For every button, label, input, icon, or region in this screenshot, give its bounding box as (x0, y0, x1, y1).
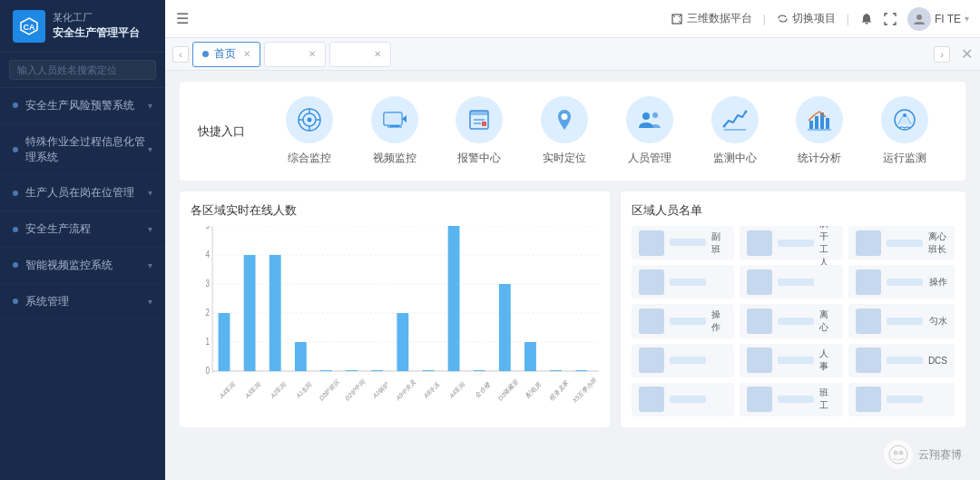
person-card: 操作 (848, 265, 955, 299)
nav-dot (13, 191, 18, 196)
quick-access-title: 快捷入口 (198, 123, 245, 140)
person-info (778, 396, 814, 403)
monitoring-center-icon (711, 96, 759, 143)
notification-button[interactable] (860, 13, 873, 25)
three-d-platform-button[interactable]: 三维数据平台 (671, 11, 752, 26)
sidebar-item-special-ops[interactable]: 特殊作业全过程信息化管理系统 ▾ (0, 124, 165, 176)
person-card (740, 265, 842, 299)
avatar (747, 348, 772, 373)
sidebar-item-safety-flow[interactable]: 安全生产流程 ▾ (0, 211, 165, 248)
avatar (747, 309, 772, 334)
topbar-left: ☰ (176, 10, 189, 27)
svg-point-83 (894, 451, 898, 456)
quick-icon-video-monitor[interactable]: 视频监控 (371, 96, 418, 166)
svg-rect-34 (826, 118, 829, 129)
hamburger-icon[interactable]: ☰ (176, 10, 189, 27)
chevron-icon: ▾ (148, 144, 152, 154)
quick-icon-personnel-mgmt[interactable]: 人员管理 (626, 96, 673, 166)
person-role: 离心班长 (928, 230, 947, 256)
tab-close-icon[interactable]: ✕ (374, 49, 381, 59)
tab-active-dot (202, 51, 209, 57)
chevron-icon: ▾ (148, 224, 152, 234)
svg-text:A4车间: A4车间 (448, 380, 466, 400)
chevron-icon: ▾ (148, 101, 152, 111)
tab-next-button[interactable]: › (934, 46, 950, 63)
svg-rect-72 (474, 370, 485, 371)
svg-text:4: 4 (205, 250, 209, 260)
personnel-grid: 副班 烘干工人 离心班长 (632, 226, 955, 416)
svg-rect-80 (575, 370, 587, 371)
person-card: 操作 (632, 304, 734, 338)
quick-icon-runtime-monitor[interactable]: 运行监测 (881, 96, 928, 166)
quick-icon-comprehensive-monitor[interactable]: 综合监控 (286, 96, 333, 166)
avatar (639, 269, 664, 295)
svg-text:X5五季办班: X5五季办班 (572, 376, 598, 405)
svg-rect-70 (448, 226, 460, 371)
tab-3[interactable]: ✕ (329, 42, 391, 67)
person-info (670, 357, 721, 364)
svg-point-27 (642, 113, 650, 120)
avatar (639, 387, 664, 412)
person-role: 操作 (711, 309, 727, 334)
avatar (747, 230, 772, 256)
bar-chart-svg: 0 1 2 3 4 5 A4车间 A3车间 (191, 226, 599, 407)
svg-point-30 (744, 111, 747, 113)
tab-prev-button[interactable]: ‹ (172, 46, 189, 63)
switch-project-button[interactable]: 切换项目 (777, 11, 836, 26)
svg-point-10 (307, 118, 311, 122)
sidebar-item-system-mgmt[interactable]: 系统管理 ▾ (0, 284, 165, 320)
svg-rect-66 (397, 313, 408, 371)
chart-panel: 各区域实时在线人数 0 1 (180, 191, 610, 427)
svg-text:!: ! (484, 122, 485, 127)
bell-icon (860, 13, 873, 25)
tab-close-icon[interactable]: ✕ (309, 49, 316, 59)
personnel-title: 区域人员名单 (632, 202, 955, 219)
svg-rect-78 (550, 370, 562, 371)
svg-text:A1车间: A1车间 (296, 380, 313, 400)
sidebar-item-safety-risk[interactable]: 安全生产风险预警系统 ▾ (0, 88, 165, 124)
chevron-icon: ▾ (148, 260, 152, 270)
content-area: 快捷入口 综合监控 (165, 71, 980, 480)
person-info (670, 318, 706, 325)
tab-home[interactable]: 首页 ✕ (192, 42, 260, 67)
stats-analysis-icon (796, 96, 843, 143)
quick-icon-stats-analysis[interactable]: 统计分析 (796, 96, 843, 166)
watermark-icon (884, 440, 913, 469)
svg-point-26 (562, 113, 568, 120)
svg-rect-74 (499, 284, 511, 371)
tab-2[interactable]: ✕ (264, 42, 326, 67)
quick-icons-grid: 综合监控 视频监控 (267, 96, 947, 166)
user-avatar[interactable]: FI TE ▾ (907, 7, 969, 31)
person-card (632, 383, 734, 416)
person-card (632, 344, 734, 377)
search-input[interactable] (9, 60, 156, 80)
svg-point-37 (903, 113, 906, 117)
person-role: 匀水 (929, 315, 947, 328)
sidebar-item-video-monitor[interactable]: 智能视频监控系统 ▾ (0, 248, 165, 284)
quick-icon-monitoring-center[interactable]: 监测中心 (711, 96, 759, 166)
quick-icon-alarm-center[interactable]: ! 报警中心 (456, 96, 503, 166)
sidebar-item-personnel-mgmt[interactable]: 生产人员在岗在位管理 ▾ (0, 175, 165, 211)
person-info (887, 240, 923, 247)
svg-point-29 (722, 125, 725, 128)
svg-text:A9冷冻: A9冷冻 (423, 380, 441, 401)
chevron-icon: ▾ (148, 188, 152, 198)
person-role: DCS (928, 356, 947, 366)
person-card (848, 383, 955, 416)
close-all-tabs-button[interactable]: ✕ (961, 45, 973, 63)
avatar (747, 269, 772, 295)
search-bar[interactable] (0, 53, 165, 88)
fullscreen-button[interactable] (884, 13, 897, 25)
person-card: 副班 (632, 226, 734, 260)
quick-icon-realtime-location[interactable]: 实时定位 (541, 96, 588, 166)
svg-text:0: 0 (205, 366, 209, 376)
tab-close-icon[interactable]: ✕ (243, 49, 250, 59)
svg-point-28 (652, 113, 658, 118)
person-card: 人事 (740, 344, 842, 377)
avatar (856, 269, 881, 295)
svg-text:配电房: 配电房 (525, 380, 542, 399)
person-card: 离心班长 (848, 226, 955, 260)
divider: | (847, 13, 849, 25)
svg-text:CA: CA (24, 23, 35, 32)
user-dropdown-icon: ▾ (965, 14, 969, 24)
